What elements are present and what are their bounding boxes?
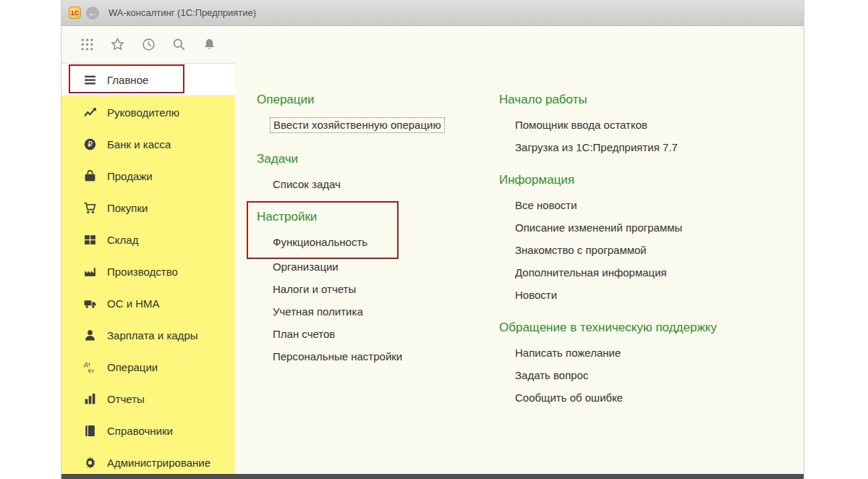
hamburger-icon	[83, 73, 97, 87]
sidebar-item-reports[interactable]: Отчеты	[61, 383, 235, 415]
cart-icon	[83, 201, 97, 215]
history-icon[interactable]	[142, 38, 156, 51]
section-title-tasks: Задачи	[257, 152, 499, 166]
sidebar-item-main[interactable]: Главное	[61, 64, 235, 96]
section-title-tech-support: Обращение в техническую поддержку	[499, 321, 789, 335]
additional-info-link[interactable]: Дополнительная информация	[515, 266, 667, 279]
sidebar-item-manager[interactable]: Руководителю	[61, 96, 235, 128]
column-right: Начало работы Помощник ввода остатков За…	[499, 93, 789, 479]
taxes-reports-link[interactable]: Налоги и отчеты	[273, 283, 356, 296]
sections-panel: Главное Руководителю ₽ Банк и касса Прод…	[61, 26, 235, 479]
section-title-settings: Настройки	[257, 210, 387, 224]
load-from-1c77-link[interactable]: Загрузка из 1С:Предприятия 7.7	[515, 141, 678, 154]
titlebar: 1С ← WA-консалтинг (1С:Предприятие)	[61, 0, 804, 26]
sidebar-item-label: Продажи	[107, 170, 153, 182]
chart-of-accounts-link[interactable]: План счетов	[273, 328, 335, 341]
write-wish-link[interactable]: Написать пожелание	[515, 347, 621, 360]
window-title: WA-консалтинг (1С:Предприятие)	[109, 7, 256, 18]
accounting-policy-link[interactable]: Учетная политика	[273, 305, 363, 318]
section-title-information: Информация	[499, 173, 789, 187]
sidebar-item-production[interactable]: Производство	[61, 255, 235, 287]
person-icon	[83, 328, 97, 342]
sidebar-toolbar	[61, 26, 235, 64]
svg-text:₽: ₽	[88, 140, 93, 148]
back-button[interactable]: ←	[86, 7, 99, 20]
report-error-link[interactable]: Сообщить об ошибке	[515, 391, 623, 404]
sidebar-item-label: Справочники	[107, 425, 173, 437]
sidebar-item-label: Главное	[107, 74, 148, 86]
ruble-icon: ₽	[83, 137, 97, 151]
app-window: 1С ← WA-консалтинг (1С:Предприятие)	[61, 0, 804, 479]
sidebar-item-bank-cash[interactable]: ₽ Банк и касса	[61, 128, 235, 160]
functionality-link[interactable]: Функциональность	[273, 236, 367, 249]
svg-text:Кт: Кт	[88, 368, 95, 374]
section-getting-started: Начало работы Помощник ввода остатков За…	[499, 93, 789, 154]
sidebar-item-label: Операции	[107, 361, 158, 373]
gear-icon	[83, 456, 97, 470]
sidebar-item-label: Зарплата и кадры	[107, 329, 198, 342]
sidebar-item-label: Производство	[107, 266, 178, 278]
sidebar-item-label: Склад	[107, 234, 138, 246]
sidebar-item-label: Отчеты	[107, 393, 145, 405]
sidebar-item-warehouse[interactable]: Склад	[61, 224, 235, 255]
bag-icon	[83, 169, 97, 183]
sidebar-item-label: Покупки	[107, 202, 148, 214]
debit-credit-icon: ДтКт	[83, 360, 97, 374]
ask-question-link[interactable]: Задать вопрос	[515, 369, 588, 382]
1c-logo-icon: 1С	[69, 7, 81, 19]
section-information: Информация Все новости Описание изменени…	[499, 173, 789, 302]
factory-icon	[83, 265, 97, 279]
menu-grid-icon[interactable]	[80, 38, 94, 51]
sidebar-item-label: Банк и касса	[107, 138, 171, 151]
section-title-getting-started: Начало работы	[499, 93, 789, 107]
notifications-bell-icon[interactable]	[203, 38, 216, 51]
organizations-link[interactable]: Организации	[273, 260, 339, 274]
sidebar-item-directories[interactable]: Справочники	[61, 415, 235, 446]
trend-chart-icon	[83, 106, 97, 119]
news-link[interactable]: Новости	[515, 289, 557, 302]
book-icon	[83, 424, 97, 438]
start-page: Операции Ввести хозяйственную операцию З…	[235, 26, 804, 479]
sidebar-item-salary-hr[interactable]: Зарплата и кадры	[61, 319, 235, 351]
section-tasks: Задачи Список задач	[257, 152, 499, 191]
balance-input-assistant-link[interactable]: Помощник ввода остатков	[515, 119, 647, 132]
sidebar-item-sales[interactable]: Продажи	[61, 160, 235, 192]
sidebar-item-label: Администрирование	[107, 457, 210, 469]
bar-chart-icon	[83, 392, 97, 406]
sidebar-item-purchases[interactable]: Покупки	[61, 192, 235, 224]
search-icon[interactable]	[172, 38, 186, 51]
column-left: Операции Ввести хозяйственную операцию З…	[257, 93, 499, 479]
highlight-box-settings: Настройки Функциональность	[247, 201, 399, 259]
section-operations: Операции Ввести хозяйственную операцию	[257, 93, 499, 133]
sidebar-item-fixed-assets[interactable]: ОС и НМА	[61, 287, 235, 319]
truck-icon	[83, 297, 97, 310]
section-tech-support: Обращение в техническую поддержку Написа…	[499, 321, 789, 404]
svg-text:Дт: Дт	[84, 361, 90, 368]
section-settings: Настройки Функциональность Организации Н…	[257, 201, 499, 363]
task-list-link[interactable]: Список задач	[273, 178, 341, 191]
program-intro-link[interactable]: Знакомство с программой	[515, 244, 647, 257]
sidebar-item-label: Руководителю	[107, 106, 179, 119]
window-bottom-edge	[61, 474, 804, 479]
sidebar-item-operations[interactable]: ДтКт Операции	[61, 351, 235, 383]
personal-settings-link[interactable]: Персональные настройки	[273, 350, 402, 363]
favorites-star-icon[interactable]	[111, 38, 124, 51]
section-title-operations: Операции	[257, 93, 499, 107]
program-changes-link[interactable]: Описание изменений программы	[515, 221, 682, 234]
enter-business-operation-link[interactable]: Ввести хозяйственную операцию	[270, 117, 445, 133]
sidebar-item-label: ОС и НМА	[107, 297, 160, 310]
all-news-link[interactable]: Все новости	[515, 199, 577, 212]
pallet-grid-icon	[83, 233, 97, 247]
